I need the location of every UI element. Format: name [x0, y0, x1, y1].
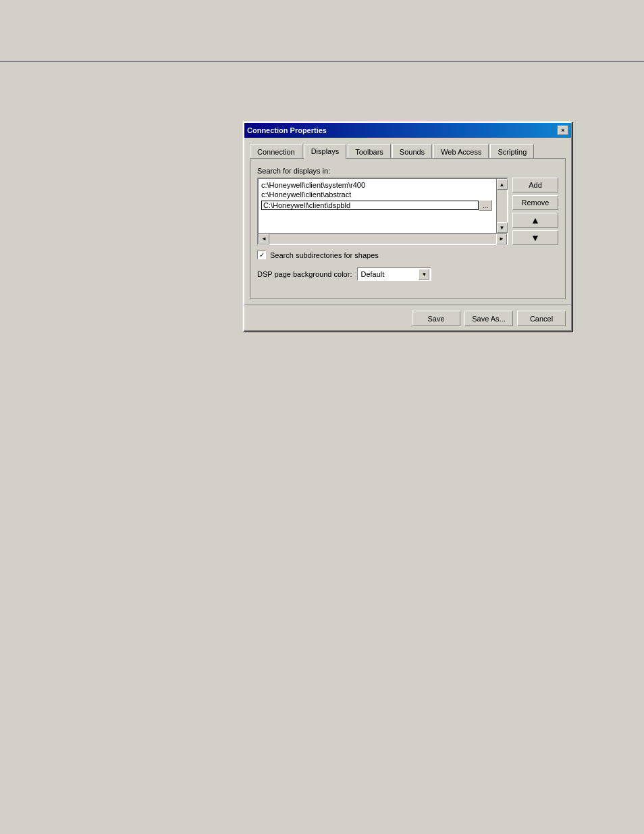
tab-panel-displays: Search for displays in: c:\Honeywell\cli… [250, 158, 566, 299]
path-list-container: c:\Honeywell\client\system\r400 c:\Honey… [257, 178, 508, 245]
save-as-button[interactable]: Save As... [464, 311, 513, 326]
color-dropdown[interactable]: Default ▼ [357, 267, 431, 281]
tab-web-access[interactable]: Web Access [433, 144, 489, 159]
add-button[interactable]: Add [512, 178, 558, 192]
save-button[interactable]: Save [412, 311, 460, 326]
vertical-scrollbar[interactable]: ▲ ▼ [496, 179, 507, 233]
scroll-up-button[interactable]: ▲ [497, 179, 508, 190]
dialog-title: Connection Properties [247, 126, 327, 134]
tabs-row: Connection Displays Toolbars Sounds Web … [250, 143, 566, 158]
scroll-right-button[interactable]: ► [496, 234, 507, 244]
browse-button[interactable]: ... [479, 200, 492, 211]
scroll-down-button[interactable]: ▼ [497, 222, 508, 233]
path-item-1[interactable]: c:\Honeywell\client\abstract [260, 190, 495, 199]
checkbox-row: Search subdirectories for shapes [257, 251, 558, 259]
close-button[interactable]: × [558, 126, 568, 135]
color-row: DSP page background color: Default ▼ [257, 267, 558, 281]
bottom-buttons: Save Save As... Cancel [244, 305, 571, 330]
color-label: DSP page background color: [257, 270, 352, 278]
search-label: Search for displays in: [257, 167, 558, 175]
path-edit-input[interactable] [261, 201, 479, 210]
dropdown-arrow-icon[interactable]: ▼ [419, 269, 429, 280]
move-up-button[interactable]: ▲ [512, 213, 558, 228]
tab-toolbars[interactable]: Toolbars [348, 144, 391, 159]
path-item-2[interactable]: ... [260, 199, 495, 211]
tab-displays[interactable]: Displays [304, 144, 347, 159]
side-buttons: Add Remove ▲ ▼ [512, 178, 558, 245]
title-bar-text: Connection Properties [247, 126, 327, 134]
list-items-area: c:\Honeywell\client\system\r400 c:\Honey… [259, 179, 496, 233]
list-content-area: c:\Honeywell\client\system\r400 c:\Honey… [259, 179, 507, 233]
remove-button[interactable]: Remove [512, 195, 558, 210]
top-separator [0, 61, 644, 62]
title-bar: Connection Properties × [244, 123, 571, 138]
dialog-wrapper: Connection Properties × Connection Displ… [243, 122, 572, 332]
path-item-0[interactable]: c:\Honeywell\client\system\r400 [260, 180, 495, 190]
horizontal-scrollbar[interactable]: ◄ ► [259, 233, 507, 244]
connection-properties-dialog: Connection Properties × Connection Displ… [243, 122, 572, 332]
color-dropdown-value: Default [360, 270, 384, 278]
subdirectories-checkbox[interactable] [257, 251, 266, 259]
cancel-button[interactable]: Cancel [517, 311, 566, 326]
checkbox-label[interactable]: Search subdirectories for shapes [270, 251, 379, 259]
scroll-left-button[interactable]: ◄ [259, 234, 269, 244]
path-section: c:\Honeywell\client\system\r400 c:\Honey… [257, 178, 558, 245]
tab-sounds[interactable]: Sounds [392, 144, 432, 159]
dialog-content: Connection Displays Toolbars Sounds Web … [244, 138, 571, 305]
tab-scripting[interactable]: Scripting [490, 144, 534, 159]
tab-connection[interactable]: Connection [250, 144, 302, 159]
move-down-button[interactable]: ▼ [512, 230, 558, 245]
